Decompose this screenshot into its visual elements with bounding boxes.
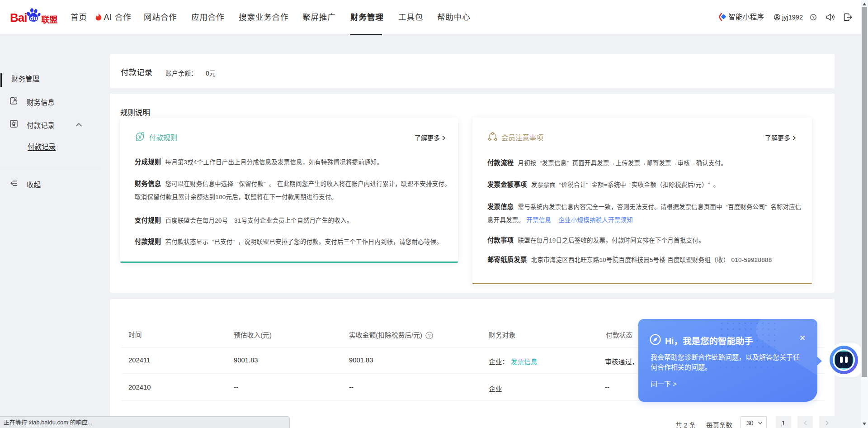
svg-text:du: du [30,15,38,22]
svg-text:?: ? [428,333,430,338]
svg-text:?: ? [812,15,814,19]
